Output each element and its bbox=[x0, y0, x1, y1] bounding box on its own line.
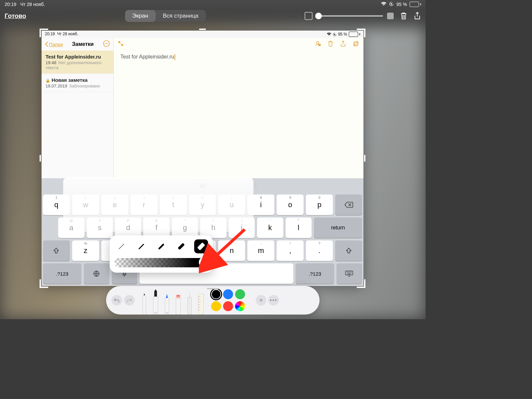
color-blue[interactable] bbox=[223, 289, 233, 299]
popover-backdrop bbox=[63, 177, 253, 232]
note-sub: Заблокировано bbox=[69, 83, 100, 88]
collaborate-icon[interactable] bbox=[314, 40, 321, 48]
crop-handle-tl[interactable] bbox=[40, 29, 48, 37]
outer-status-bar: 20:19 Чт 28 нояб. 95 % bbox=[0, 0, 426, 8]
share-button[interactable] bbox=[414, 12, 421, 20]
crop-handle-r[interactable] bbox=[364, 155, 365, 162]
globe-key[interactable] bbox=[84, 263, 109, 284]
svg-point-5 bbox=[105, 43, 106, 44]
key-k[interactable]: 'k bbox=[257, 217, 283, 238]
return-key[interactable]: return bbox=[314, 217, 362, 238]
battery-icon bbox=[410, 2, 421, 7]
sidebar-title: Заметки bbox=[72, 41, 94, 47]
share-note-icon[interactable] bbox=[340, 40, 346, 48]
segment-screen[interactable]: Экран bbox=[125, 10, 156, 22]
rotation-lock-icon bbox=[389, 2, 394, 7]
backspace-key[interactable] bbox=[335, 195, 362, 215]
color-black[interactable] bbox=[211, 289, 221, 299]
tool-label: 97 bbox=[151, 312, 160, 314]
note-time: 18.07.2019 bbox=[46, 83, 67, 88]
brush-size-2[interactable] bbox=[134, 239, 148, 253]
color-yellow[interactable] bbox=[211, 301, 221, 311]
done-button[interactable]: Готово bbox=[5, 12, 26, 20]
svg-line-14 bbox=[205, 229, 245, 266]
brush-size-3[interactable] bbox=[154, 239, 168, 253]
text-cursor bbox=[175, 54, 175, 60]
note-title: Новая заметка bbox=[52, 77, 87, 83]
compose-icon[interactable] bbox=[353, 40, 359, 48]
svg-rect-20 bbox=[188, 297, 192, 315]
shift-key[interactable] bbox=[43, 240, 70, 261]
brush-size-4[interactable] bbox=[174, 239, 188, 253]
marker-tool[interactable]: 97 bbox=[151, 289, 160, 315]
note-list-item[interactable]: 🔒Новая заметка 18.07.2019Заблокировано bbox=[42, 74, 113, 92]
outer-time: 20:19 bbox=[5, 2, 16, 7]
svg-rect-1 bbox=[391, 3, 392, 5]
color-swatches bbox=[211, 289, 252, 311]
opacity-slider[interactable] bbox=[305, 12, 394, 20]
shift-key[interactable] bbox=[335, 240, 362, 261]
svg-point-7 bbox=[107, 43, 108, 44]
svg-rect-18 bbox=[176, 297, 181, 315]
note-text: Test for Appleinsider.ru bbox=[120, 54, 174, 60]
svg-rect-16 bbox=[154, 291, 157, 297]
inner-status-bar: 20:19 Чт 28 нояб. 95 % bbox=[42, 31, 363, 38]
note-time: 19:48 bbox=[46, 60, 57, 65]
svg-rect-21 bbox=[198, 294, 203, 315]
redo-button[interactable] bbox=[124, 295, 135, 306]
more-button[interactable]: ••• bbox=[268, 295, 279, 306]
brush-size-1[interactable] bbox=[114, 239, 128, 253]
numbers-key[interactable]: .?123 bbox=[43, 263, 81, 284]
segment-full-page[interactable]: Вся страница bbox=[156, 10, 206, 22]
numbers-key[interactable]: .?123 bbox=[296, 263, 334, 284]
tool-label: 50 bbox=[163, 312, 171, 314]
ruler-tool[interactable] bbox=[197, 293, 205, 315]
brush-opacity-slider[interactable] bbox=[114, 258, 208, 267]
hide-keyboard-key[interactable] bbox=[336, 263, 362, 284]
svg-point-6 bbox=[106, 43, 107, 44]
key-,[interactable]: !, bbox=[277, 240, 304, 261]
delete-note-icon[interactable] bbox=[328, 40, 333, 48]
svg-point-8 bbox=[317, 42, 319, 44]
lock-icon: 🔒 bbox=[46, 78, 50, 82]
add-shape-button[interactable]: + bbox=[256, 295, 266, 306]
trash-button[interactable] bbox=[400, 12, 408, 20]
markup-tool-palette[interactable]: 97 50 + ••• bbox=[106, 286, 320, 315]
opacity-max-icon bbox=[387, 13, 394, 19]
markup-toolbar: Готово Экран Вся страница bbox=[0, 8, 426, 25]
expand-icon[interactable] bbox=[118, 41, 124, 48]
color-red[interactable] bbox=[223, 301, 233, 311]
crop-handle-t[interactable] bbox=[199, 29, 206, 30]
opacity-min-icon bbox=[305, 12, 313, 20]
svg-rect-19 bbox=[176, 295, 181, 299]
key-.[interactable]: ?. bbox=[306, 240, 333, 261]
key-z[interactable]: %z bbox=[72, 240, 99, 261]
undo-button[interactable] bbox=[111, 295, 122, 306]
note-list-item[interactable]: Test for Appleinsider.ru 19:48Нет дополн… bbox=[42, 51, 113, 74]
annotation-arrow bbox=[199, 227, 252, 273]
color-picker[interactable] bbox=[235, 301, 245, 311]
tool-row: 97 50 bbox=[140, 286, 205, 315]
pen-tool[interactable] bbox=[140, 293, 149, 315]
sidebar-more-button[interactable] bbox=[103, 40, 110, 49]
lasso-tool[interactable] bbox=[185, 293, 194, 315]
palette-grabber[interactable] bbox=[207, 288, 219, 289]
brush-size-row bbox=[114, 239, 208, 253]
inner-date: Чт 28 нояб. bbox=[57, 32, 78, 36]
key-p[interactable]: 0p bbox=[306, 195, 333, 215]
color-green[interactable] bbox=[235, 289, 245, 299]
back-to-folders[interactable]: Папки bbox=[45, 42, 63, 47]
wifi-icon bbox=[381, 2, 386, 7]
pencil-tool[interactable]: 50 bbox=[163, 293, 171, 315]
svg-rect-13 bbox=[345, 271, 353, 275]
brush-settings-popover bbox=[110, 235, 213, 273]
svg-rect-3 bbox=[334, 34, 335, 35]
back-label: Папки bbox=[49, 42, 63, 47]
eraser-tool[interactable] bbox=[174, 293, 183, 315]
capture-mode-segment: Экран Вся страница bbox=[125, 10, 206, 22]
note-title: Test for Appleinsider.ru bbox=[46, 54, 109, 60]
key-l[interactable]: "l bbox=[286, 217, 312, 238]
inner-battery-pct: 95 % bbox=[338, 32, 347, 37]
crop-handle-l[interactable] bbox=[40, 155, 41, 162]
key-o[interactable]: 9o bbox=[277, 195, 304, 215]
